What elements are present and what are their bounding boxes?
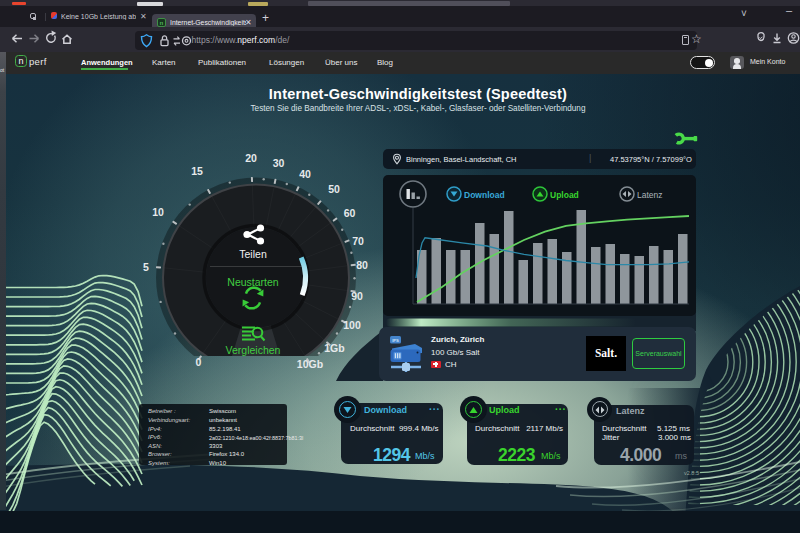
svg-text:30: 30 xyxy=(273,157,285,169)
svg-text:10: 10 xyxy=(152,206,164,218)
svg-text:20: 20 xyxy=(245,152,257,164)
svg-text:10Gb: 10Gb xyxy=(297,358,323,370)
svg-text:50: 50 xyxy=(328,183,340,195)
svg-text:5: 5 xyxy=(143,261,149,273)
svg-text:80: 80 xyxy=(356,259,368,271)
svg-text:15: 15 xyxy=(191,165,203,177)
svg-text:Neustarten: Neustarten xyxy=(227,276,279,288)
svg-text:40: 40 xyxy=(299,168,311,180)
svg-text:100: 100 xyxy=(343,319,361,331)
svg-text:90: 90 xyxy=(351,290,363,302)
svg-text:60: 60 xyxy=(344,207,356,219)
svg-text:1Gb: 1Gb xyxy=(324,342,344,354)
svg-text:70: 70 xyxy=(352,235,364,247)
svg-text:Teilen: Teilen xyxy=(239,248,267,260)
svg-text:0: 0 xyxy=(196,356,202,368)
svg-text:IPS: IPS xyxy=(392,338,399,343)
svg-text:Vergleichen: Vergleichen xyxy=(226,344,281,356)
